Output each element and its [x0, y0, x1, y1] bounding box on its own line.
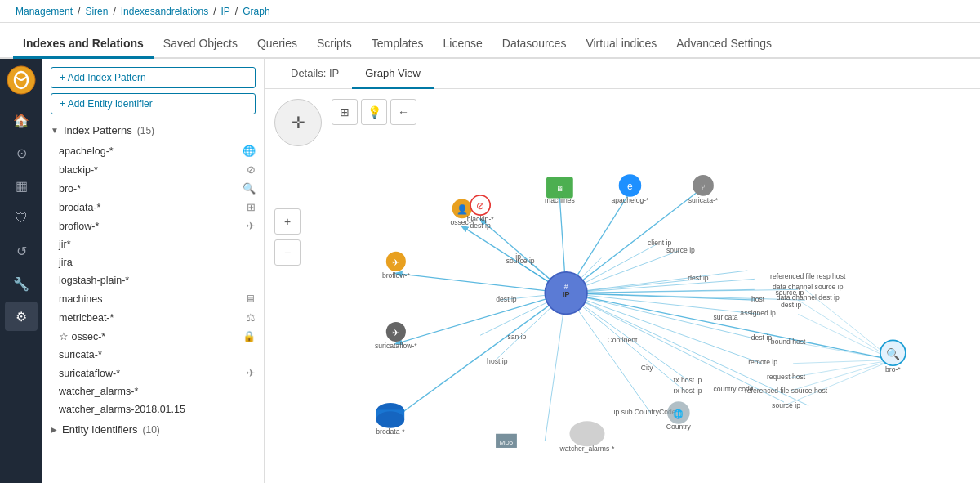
svg-line-8	[390, 293, 566, 422]
grid-btn[interactable]: ⊞	[332, 99, 358, 125]
breadcrumb-ip[interactable]: IP	[221, 6, 230, 17]
svg-text:dest ip: dest ip	[688, 274, 709, 282]
left-panel: + Add Index Pattern + Add Entity Identif…	[42, 59, 265, 483]
index-count: (15)	[137, 125, 154, 136]
svg-text:host: host	[751, 295, 765, 303]
breadcrumb-graph[interactable]: Graph	[243, 6, 270, 17]
svg-text:dest ip: dest ip	[751, 333, 773, 342]
ossec-icon: 🔒	[243, 330, 256, 342]
svg-text:MD5: MD5	[500, 439, 513, 446]
add-entity-identifier-button[interactable]: + Add Entity Identifier	[51, 93, 256, 114]
svg-text:country code: country code	[713, 385, 753, 393]
svg-text:City: City	[641, 364, 654, 372]
tab-saved-objects[interactable]: Saved Objects	[154, 30, 247, 59]
list-item[interactable]: watcher_alarms-2018.01.15	[42, 400, 264, 418]
list-item[interactable]: logstash-plain-*	[42, 271, 264, 289]
list-item[interactable]: machines 🖥	[42, 289, 264, 308]
sidebar-shield[interactable]: 🛡	[5, 203, 38, 233]
tab-indexes-relations[interactable]: Indexes and Relations	[13, 30, 154, 59]
tab-license[interactable]: License	[434, 30, 492, 59]
breadcrumb-management[interactable]: Management	[16, 6, 73, 17]
tab-scripts[interactable]: Scripts	[307, 30, 362, 59]
svg-text:✈: ✈	[392, 328, 399, 338]
index-section-label: Index Patterns	[64, 124, 132, 136]
back-btn[interactable]: ←	[390, 99, 416, 125]
svg-text:suricataflow-*: suricataflow-*	[375, 342, 417, 350]
zoom-out-btn[interactable]: −	[274, 239, 301, 266]
svg-text:apachelog-*: apachelog-*	[612, 196, 650, 204]
list-item[interactable]: jir*	[42, 235, 264, 253]
svg-text:✈: ✈	[392, 257, 399, 267]
breadcrumb-indexesandrelations[interactable]: Indexesandrelations	[121, 6, 208, 17]
breadcrumb-siren[interactable]: Siren	[85, 6, 108, 17]
svg-text:dest ip: dest ip	[496, 295, 517, 303]
nav-control[interactable]: ✛	[274, 99, 322, 146]
suricataflow-icon: ✈	[247, 367, 256, 379]
list-item[interactable]: watcher_alarms-*	[42, 382, 264, 400]
svg-text:referenced file source host: referenced file source host	[745, 387, 828, 395]
svg-line-41	[784, 360, 893, 405]
list-item[interactable]: bro-* 🔍	[42, 179, 264, 198]
index-patterns-section[interactable]: ▼ Index Patterns (15)	[42, 119, 264, 141]
broflow-icon: ✈	[247, 220, 256, 232]
sidebar-chart[interactable]: ▦	[5, 171, 38, 200]
svg-text:rx host ip: rx host ip	[674, 387, 702, 395]
svg-text:data channel source ip: data channel source ip	[773, 283, 844, 291]
svg-text:machines: machines	[545, 196, 575, 204]
svg-text:⑂: ⑂	[701, 182, 705, 191]
list-item[interactable]: brodata-* ⊞	[42, 198, 264, 217]
svg-text:dest ip: dest ip	[781, 301, 802, 309]
entity-identifiers-section[interactable]: ▶ Entity Identifiers (10)	[42, 418, 264, 441]
svg-text:ip: ip	[515, 253, 521, 261]
svg-text:#: #	[564, 283, 568, 291]
svg-text:bound host: bound host	[771, 338, 806, 346]
tab-advanced-settings[interactable]: Advanced Settings	[666, 30, 782, 59]
svg-line-33	[566, 293, 805, 301]
svg-text:dest ip: dest ip	[470, 221, 491, 230]
tab-graph-view[interactable]: Graph View	[352, 59, 434, 89]
svg-text:referenced file resp host: referenced file resp host	[770, 272, 846, 280]
svg-text:⊘: ⊘	[476, 200, 484, 212]
section-arrow: ▼	[51, 126, 59, 135]
sidebar-history[interactable]: ↺	[5, 236, 38, 266]
tab-queries[interactable]: Queries	[247, 30, 307, 59]
list-item[interactable]: blackip-* ⊘	[42, 160, 264, 179]
sidebar-home[interactable]: 🏠	[5, 105, 38, 135]
tab-templates[interactable]: Templates	[362, 30, 434, 59]
graph-svg: IP # 🖥 machines e apachelog-* ⑂ suricata…	[265, 89, 980, 483]
svg-line-35	[798, 300, 893, 360]
svg-text:request host: request host	[767, 373, 806, 381]
svg-line-36	[798, 314, 893, 360]
tab-virtual-indices[interactable]: Virtual indices	[576, 30, 666, 59]
svg-line-7	[396, 293, 566, 344]
svg-text:🔍: 🔍	[886, 347, 901, 361]
svg-text:broflow-*: broflow-*	[382, 271, 411, 280]
svg-text:assigned ip: assigned ip	[740, 309, 776, 317]
machines-icon: 🖥	[245, 293, 256, 305]
bro-icon: 🔍	[243, 182, 256, 195]
bulb-btn[interactable]: 💡	[361, 99, 387, 125]
svg-text:tx host ip: tx host ip	[674, 376, 702, 384]
svg-text:remote ip: remote ip	[748, 358, 777, 366]
entity-section-label: Entity Identifiers	[62, 423, 138, 436]
sidebar-search[interactable]: ⊙	[5, 138, 38, 168]
sidebar-wrench[interactable]: 🔧	[5, 269, 38, 298]
svg-text:🖥: 🖥	[556, 185, 564, 193]
svg-text:data channel dest ip: data channel dest ip	[777, 293, 840, 302]
list-item[interactable]: metricbeat-* ⚖	[42, 308, 264, 327]
sidebar-settings[interactable]: ⚙	[5, 302, 38, 331]
list-item[interactable]: suricata-*	[42, 346, 264, 364]
list-item[interactable]: broflow-* ✈	[42, 217, 264, 235]
zoom-in-btn[interactable]: +	[274, 208, 301, 235]
list-item[interactable]: suricataflow-* ✈	[42, 364, 264, 382]
add-index-pattern-button[interactable]: + Add Index Pattern	[51, 67, 256, 88]
sidebar: 🏠 ⊙ ▦ 🛡 ↺ 🔧 ⚙	[0, 59, 42, 483]
tab-datasources[interactable]: Datasources	[492, 30, 577, 59]
list-item[interactable]: apachelog-* 🌐	[42, 141, 264, 160]
list-item[interactable]: jira	[42, 253, 264, 271]
graph-toolbar: ✛ + −	[274, 99, 322, 266]
sub-tabs: Details: IP Graph View	[265, 59, 980, 89]
tab-details-ip[interactable]: Details: IP	[278, 59, 352, 89]
list-item[interactable]: ☆ ossec-* 🔒	[42, 327, 264, 346]
index-list: apachelog-* 🌐 blackip-* ⊘ bro-* 🔍 brodat…	[42, 141, 264, 418]
